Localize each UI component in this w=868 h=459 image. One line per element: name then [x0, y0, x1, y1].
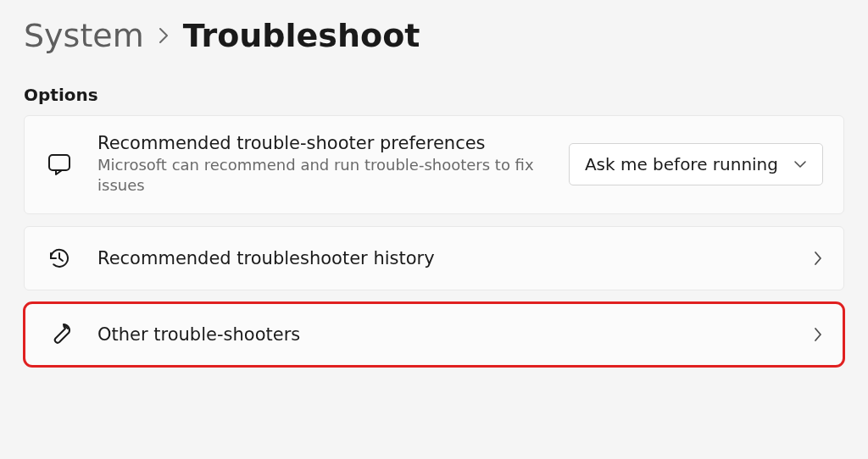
- chevron-down-icon: [793, 160, 807, 169]
- chevron-right-icon: [813, 250, 823, 267]
- other-body: Other trouble-shooters: [97, 324, 789, 345]
- preferences-description: Microsoft can recommend and run trouble-…: [97, 155, 538, 196]
- breadcrumb: System Troubleshoot: [24, 17, 844, 54]
- preferences-dropdown[interactable]: Ask me before running: [569, 143, 823, 185]
- preferences-title: Recommended trouble-shooter preferences: [97, 133, 545, 153]
- breadcrumb-parent[interactable]: System: [24, 17, 144, 54]
- history-icon: [45, 244, 74, 273]
- svg-rect-0: [49, 155, 70, 170]
- history-body: Recommended troubleshooter history: [97, 248, 789, 268]
- preferences-body: Recommended trouble-shooter preferences …: [97, 133, 545, 196]
- preferences-control: Ask me before running: [569, 143, 823, 185]
- other-title: Other trouble-shooters: [97, 324, 789, 345]
- feedback-icon: [45, 150, 74, 179]
- preferences-card: Recommended trouble-shooter preferences …: [24, 115, 844, 214]
- chevron-right-icon: [813, 326, 823, 343]
- wrench-icon: [45, 320, 74, 349]
- chevron-right-icon: [158, 26, 170, 45]
- dropdown-value: Ask me before running: [585, 154, 778, 174]
- section-label: Options: [24, 85, 844, 105]
- other-troubleshooters-row[interactable]: Other trouble-shooters: [24, 302, 844, 367]
- history-title: Recommended troubleshooter history: [97, 248, 789, 268]
- history-row[interactable]: Recommended troubleshooter history: [24, 226, 844, 290]
- page-title: Troubleshoot: [183, 17, 420, 54]
